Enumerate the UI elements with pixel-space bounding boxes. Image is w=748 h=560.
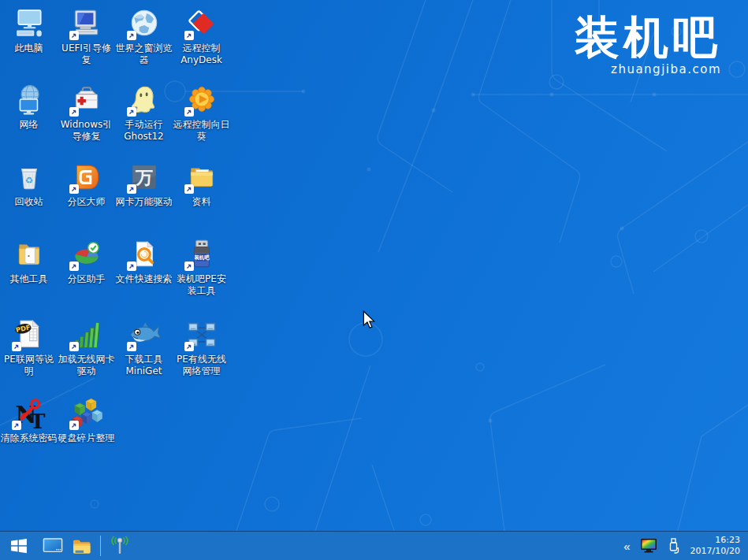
desktop-icon-label: 文件快速搜索 bbox=[116, 273, 173, 285]
svg-text:万: 万 bbox=[134, 168, 152, 187]
desktop-icon-uefi-boot-repair[interactable]: UEFI引导修复 bbox=[58, 5, 115, 81]
desktop-icon-label: 手动运行Ghost12 bbox=[115, 119, 173, 142]
desktop-wallpaper: 装机吧 zhuangjiba.com 此电脑 U bbox=[0, 0, 748, 531]
svg-text:装机吧: 装机吧 bbox=[193, 254, 210, 261]
desktop-icon-documents-folder[interactable]: 资料 bbox=[173, 158, 230, 235]
desktop-icon-label: 网卡万能驱动 bbox=[116, 196, 173, 208]
display-color-monitor-icon bbox=[640, 538, 657, 554]
desktop-icon-label: 回收站 bbox=[15, 196, 43, 208]
shortcut-arrow-overlay-icon bbox=[184, 342, 194, 351]
desktop-icon-label: PE有线无线网络管理 bbox=[173, 354, 230, 376]
wireless-network-button[interactable] bbox=[105, 532, 134, 560]
shortcut-arrow-overlay-icon bbox=[12, 342, 21, 351]
shortcut-arrow-overlay-icon bbox=[69, 261, 79, 271]
shortcut-arrow-overlay-icon bbox=[127, 342, 136, 351]
desktop-icon-network[interactable]: 网络 bbox=[0, 81, 58, 158]
desktop-icon-label: 其他工具 bbox=[10, 273, 48, 285]
desktop-icon-windows-boot-repair[interactable]: Widnows引导修复 bbox=[58, 81, 115, 158]
desktop-icon-pe-network-readme[interactable]: PDF PE联网等说明 bbox=[0, 316, 58, 395]
file-explorer-folder-icon bbox=[72, 537, 92, 554]
wireless-antenna-icon bbox=[109, 536, 131, 556]
desktop-icon-label: 网络 bbox=[20, 119, 39, 131]
desktop-icon-wireless-driver[interactable]: 加载无线网卡驱动 bbox=[58, 316, 115, 395]
shortcut-arrow-overlay-icon bbox=[184, 184, 194, 194]
desktop-icon-sunflower-remote[interactable]: 远程控制向日葵 bbox=[173, 81, 230, 158]
network-icon bbox=[13, 83, 46, 117]
desktop-icon-pe-network-manager[interactable]: PE有线无线网络管理 bbox=[173, 316, 230, 395]
desktop-icon-anydesk[interactable]: 远程控制AnyDesk bbox=[173, 5, 230, 81]
shortcut-arrow-overlay-icon bbox=[12, 421, 21, 430]
desktop-icon-label: 硬盘碎片整理 bbox=[58, 432, 115, 444]
brand-logo-domain: zhuangjiba.com bbox=[575, 62, 721, 76]
shortcut-arrow-overlay-icon bbox=[184, 31, 194, 40]
desktop-icon-file-search[interactable]: 文件快速搜索 bbox=[115, 235, 173, 316]
file-explorer-button[interactable] bbox=[67, 532, 96, 560]
desktop-icon-disk-defrag[interactable]: 硬盘碎片整理 bbox=[58, 395, 115, 470]
clock-time: 16:23 bbox=[690, 535, 740, 546]
shortcut-arrow-overlay-icon bbox=[69, 107, 79, 117]
windows-logo-icon bbox=[9, 536, 28, 555]
desktop-icon-label: 下载工具MiniGet bbox=[115, 354, 173, 376]
desktop-monitor-icon bbox=[43, 538, 63, 554]
desktop-icon-partition-assistant[interactable]: 分区助手 bbox=[58, 235, 115, 316]
display-settings-tray-icon[interactable] bbox=[635, 532, 662, 560]
desktop-icon-universal-nic-driver[interactable]: 万 网卡万能驱动 bbox=[115, 158, 173, 235]
shortcut-arrow-overlay-icon bbox=[69, 31, 79, 40]
desktop-icon-this-pc[interactable]: 此电脑 bbox=[0, 5, 58, 81]
recycle-bin-icon: ♻ bbox=[13, 161, 46, 194]
desktop-icon-recycle-bin[interactable]: ♻ 回收站 bbox=[0, 158, 58, 235]
brand-logo-text: 装机吧 bbox=[575, 14, 721, 61]
desktop-icon-label: 资料 bbox=[192, 196, 211, 208]
desktop-icon-grid: 此电脑 UEFI引导修复 世界之窗浏览器 bbox=[0, 5, 230, 470]
other-tools-folder-icon bbox=[13, 238, 46, 271]
desktop-icon-label: 远程控制向日葵 bbox=[173, 119, 230, 142]
usb-device-tray-icon[interactable] bbox=[662, 532, 686, 560]
desktop-icon-label: 分区助手 bbox=[68, 273, 106, 285]
desktop-icon-label: 世界之窗浏览器 bbox=[115, 43, 173, 65]
shortcut-arrow-overlay-icon bbox=[69, 342, 79, 351]
desktop-icon-label: Widnows引导修复 bbox=[58, 119, 115, 142]
desktop-icon-label: PE联网等说明 bbox=[0, 354, 58, 376]
start-button[interactable] bbox=[0, 532, 38, 560]
desktop-icon-world-window-browser[interactable]: 世界之窗浏览器 bbox=[115, 5, 173, 81]
desktop-icon-label: 分区大师 bbox=[68, 196, 106, 208]
brand-logo: 装机吧 zhuangjiba.com bbox=[575, 14, 721, 76]
desktop-icon-label: 远程控制AnyDesk bbox=[173, 43, 230, 65]
desktop-icon-other-tools[interactable]: 其他工具 bbox=[0, 235, 58, 316]
taskbar-clock[interactable]: 16:23 2017/10/20 bbox=[686, 535, 748, 558]
taskbar: « 16:23 2017/10/20 bbox=[0, 531, 748, 560]
usb-plug-icon bbox=[667, 537, 681, 554]
shortcut-arrow-overlay-icon bbox=[184, 261, 194, 271]
desktop-icon-zhuangjiba-pe-installer[interactable]: 装机吧 装机吧PE安装工具 bbox=[173, 235, 230, 316]
shortcut-arrow-overlay-icon bbox=[127, 31, 136, 40]
desktop-icon-label: 此电脑 bbox=[15, 43, 43, 54]
desktop-icon-ghost12[interactable]: 手动运行Ghost12 bbox=[115, 81, 173, 158]
desktop-icon-miniget[interactable]: 下载工具MiniGet bbox=[115, 316, 173, 395]
shortcut-arrow-overlay-icon bbox=[127, 261, 136, 271]
svg-text:♻: ♻ bbox=[24, 175, 32, 186]
shortcut-arrow-overlay-icon bbox=[184, 107, 194, 117]
svg-text:T: T bbox=[30, 409, 46, 431]
shortcut-arrow-overlay-icon bbox=[69, 421, 79, 430]
clock-date: 2017/10/20 bbox=[690, 546, 740, 557]
desktop-icon-label: 装机吧PE安装工具 bbox=[173, 273, 230, 296]
shortcut-arrow-overlay-icon bbox=[127, 184, 136, 194]
shortcut-arrow-overlay-icon bbox=[69, 184, 79, 194]
desktop-icon-clear-password[interactable]: N T 清除系统密码 bbox=[0, 395, 58, 470]
desktop-icon-label: UEFI引导修复 bbox=[58, 43, 115, 65]
show-desktop-button[interactable] bbox=[38, 532, 67, 560]
desktop-icon-partition-master[interactable]: 分区大师 bbox=[58, 158, 115, 235]
shortcut-arrow-overlay-icon bbox=[127, 107, 136, 117]
desktop-icon-label: 加载无线网卡驱动 bbox=[58, 354, 115, 376]
desktop-icon-label: 清除系统密码 bbox=[1, 432, 58, 444]
taskbar-separator bbox=[100, 536, 101, 556]
this-pc-icon bbox=[13, 7, 46, 40]
mouse-cursor bbox=[360, 310, 378, 329]
tray-expand-button[interactable]: « bbox=[619, 532, 634, 560]
